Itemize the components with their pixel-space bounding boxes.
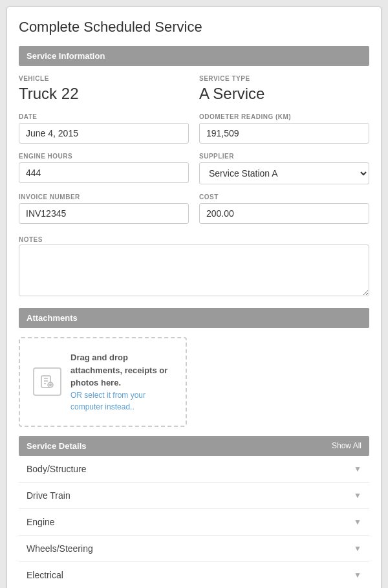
service-details-header: Service Details Show All [19, 436, 369, 456]
drop-zone[interactable]: Drag and drop attachments, receipts or p… [19, 337, 187, 427]
date-input[interactable] [19, 123, 189, 144]
engine-hours-label: ENGINE HOURS [19, 153, 189, 160]
page-title: Complete Scheduled Service [19, 19, 369, 36]
drop-zone-content: Drag and drop attachments, receipts or p… [70, 351, 173, 413]
service-type-col: SERVICE TYPE A Service [199, 75, 369, 104]
service-detail-item[interactable]: Drive Train ▼ [19, 483, 369, 509]
service-detail-item[interactable]: Electrical ▼ [19, 562, 369, 589]
service-type-label: SERVICE TYPE [199, 75, 369, 82]
service-detail-drive-train: Drive Train [27, 490, 70, 501]
attachments-header: Attachments [19, 308, 369, 328]
service-details-section: Service Details Show All Body/Structure … [19, 436, 369, 589]
vehicle-service-type-row: VEHICLE Truck 22 SERVICE TYPE A Service [19, 75, 369, 104]
chevron-down-icon: ▼ [354, 544, 361, 553]
cost-input[interactable] [199, 203, 369, 224]
service-type-value: A Service [199, 85, 369, 103]
drop-zone-link[interactable]: OR select it from your computer instead.… [70, 389, 173, 413]
supplier-select[interactable]: Service Station A Service Station B Othe… [199, 162, 369, 184]
notes-textarea[interactable] [19, 245, 369, 296]
chevron-down-icon: ▼ [354, 491, 361, 500]
odometer-label: ODOMETER READING (KM) [199, 113, 369, 120]
vehicle-label: VEHICLE [19, 75, 189, 82]
attachment-icon [33, 367, 61, 396]
supplier-label: SUPPLIER [199, 153, 369, 160]
service-detail-wheels-steering: Wheels/Steering [27, 543, 93, 554]
odometer-col: ODOMETER READING (KM) [199, 113, 369, 144]
service-details-title: Service Details [27, 441, 87, 451]
invoice-col: INVOICE NUMBER [19, 193, 189, 224]
main-card: Complete Scheduled Service Service Infor… [6, 6, 382, 588]
service-detail-item[interactable]: Body/Structure ▼ [19, 456, 369, 483]
service-detail-item[interactable]: Wheels/Steering ▼ [19, 536, 369, 562]
date-odometer-row: DATE ODOMETER READING (KM) [19, 113, 369, 144]
vehicle-col: VEHICLE Truck 22 [19, 75, 189, 104]
service-detail-engine: Engine [27, 517, 55, 527]
engine-hours-input[interactable] [19, 162, 189, 183]
service-detail-electrical: Electrical [27, 570, 63, 580]
attachments-section: Attachments Drag and drop attachments, r… [19, 308, 369, 427]
supplier-col: SUPPLIER Service Station A Service Stati… [199, 153, 369, 184]
invoice-label: INVOICE NUMBER [19, 193, 189, 201]
invoice-input[interactable] [19, 203, 189, 224]
chevron-down-icon: ▼ [354, 517, 361, 527]
chevron-down-icon: ▼ [354, 571, 361, 580]
service-detail-item[interactable]: Engine ▼ [19, 509, 369, 536]
date-label: DATE [19, 113, 189, 120]
vehicle-value: Truck 22 [19, 85, 189, 103]
invoice-cost-row: INVOICE NUMBER COST [19, 193, 369, 224]
cost-label: COST [199, 193, 369, 201]
odometer-input[interactable] [199, 123, 369, 144]
service-detail-body-structure: Body/Structure [27, 464, 87, 474]
engine-supplier-row: ENGINE HOURS SUPPLIER Service Station A … [19, 153, 369, 184]
date-col: DATE [19, 113, 189, 144]
notes-row: NOTES [19, 233, 369, 299]
show-all-link[interactable]: Show All [332, 441, 361, 450]
chevron-down-icon: ▼ [354, 464, 361, 474]
service-information-header: Service Information [19, 46, 369, 66]
notes-label: NOTES [19, 236, 43, 243]
drop-zone-text: Drag and drop attachments, receipts or p… [70, 351, 173, 389]
engine-hours-col: ENGINE HOURS [19, 153, 189, 184]
cost-col: COST [199, 193, 369, 224]
